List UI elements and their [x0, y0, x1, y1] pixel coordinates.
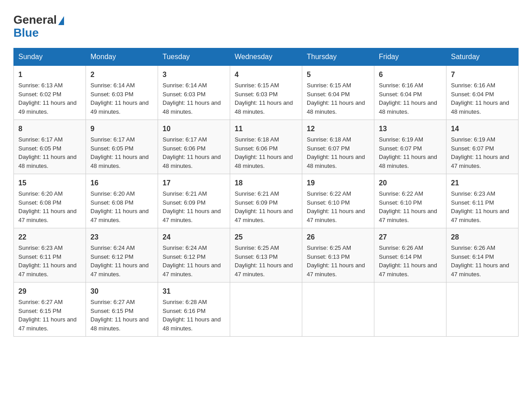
- calendar-cell: 30Sunrise: 6:27 AMSunset: 6:15 PMDayligh…: [86, 283, 158, 337]
- calendar-cell: 4Sunrise: 6:15 AMSunset: 6:03 PMDaylight…: [230, 66, 302, 120]
- day-number: 3: [163, 69, 225, 80]
- day-number: 19: [307, 178, 369, 188]
- calendar-cell: 13Sunrise: 6:19 AMSunset: 6:07 PMDayligh…: [374, 120, 446, 174]
- day-number: 11: [235, 124, 297, 134]
- sunset-text: Sunset: 6:12 PM: [90, 253, 133, 260]
- day-number: 30: [90, 286, 153, 297]
- sunrise-text: Sunrise: 6:25 AM: [307, 244, 351, 251]
- logo-blue: Blue: [13, 26, 64, 39]
- daylight-text: Daylight: 11 hours and 47 minutes.: [90, 262, 149, 278]
- calendar-cell: 10Sunrise: 6:17 AMSunset: 6:06 PMDayligh…: [158, 120, 230, 174]
- daylight-text: Daylight: 11 hours and 47 minutes.: [18, 316, 77, 332]
- calendar-cell: 20Sunrise: 6:22 AMSunset: 6:10 PMDayligh…: [374, 174, 446, 228]
- sunset-text: Sunset: 6:06 PM: [163, 145, 206, 152]
- daylight-text: Daylight: 11 hours and 47 minutes.: [307, 208, 365, 223]
- day-number: 17: [163, 178, 225, 188]
- sunrise-text: Sunrise: 6:14 AM: [90, 82, 135, 89]
- sunrise-text: Sunrise: 6:15 AM: [307, 82, 351, 89]
- calendar-table: SundayMondayTuesdayWednesdayThursdayFrid…: [13, 48, 519, 337]
- sunset-text: Sunset: 6:14 PM: [379, 253, 422, 260]
- sunset-text: Sunset: 6:15 PM: [90, 308, 133, 314]
- weekday-header-wednesday: Wednesday: [230, 48, 302, 66]
- daylight-text: Daylight: 11 hours and 48 minutes.: [379, 99, 437, 115]
- calendar-cell: 24Sunrise: 6:24 AMSunset: 6:12 PMDayligh…: [158, 228, 230, 283]
- daylight-text: Daylight: 11 hours and 47 minutes.: [307, 262, 365, 278]
- sunrise-text: Sunrise: 6:24 AM: [163, 244, 207, 251]
- sunrise-text: Sunrise: 6:25 AM: [235, 244, 279, 251]
- sunrise-text: Sunrise: 6:22 AM: [307, 190, 351, 197]
- sunset-text: Sunset: 6:07 PM: [379, 145, 422, 152]
- calendar-cell: [230, 283, 302, 337]
- daylight-text: Daylight: 11 hours and 48 minutes.: [163, 99, 221, 115]
- sunrise-text: Sunrise: 6:27 AM: [90, 299, 135, 305]
- calendar-cell: 16Sunrise: 6:20 AMSunset: 6:08 PMDayligh…: [86, 174, 158, 228]
- sunset-text: Sunset: 6:14 PM: [451, 253, 494, 260]
- day-number: 5: [307, 69, 369, 80]
- sunset-text: Sunset: 6:12 PM: [163, 253, 206, 260]
- sunrise-text: Sunrise: 6:18 AM: [307, 136, 351, 143]
- sunset-text: Sunset: 6:10 PM: [379, 199, 422, 206]
- daylight-text: Daylight: 11 hours and 47 minutes.: [18, 208, 77, 223]
- calendar-header-row: SundayMondayTuesdayWednesdayThursdayFrid…: [14, 48, 519, 66]
- sunrise-text: Sunrise: 6:13 AM: [18, 82, 63, 89]
- day-number: 28: [451, 232, 514, 243]
- sunset-text: Sunset: 6:08 PM: [90, 199, 133, 206]
- sunset-text: Sunset: 6:03 PM: [235, 91, 278, 98]
- daylight-text: Daylight: 11 hours and 47 minutes.: [451, 208, 509, 223]
- calendar-cell: 6Sunrise: 6:16 AMSunset: 6:04 PMDaylight…: [374, 66, 446, 120]
- calendar-cell: 11Sunrise: 6:18 AMSunset: 6:06 PMDayligh…: [230, 120, 302, 174]
- day-number: 27: [379, 232, 442, 243]
- sunrise-text: Sunrise: 6:27 AM: [18, 299, 63, 305]
- calendar-cell: 28Sunrise: 6:26 AMSunset: 6:14 PMDayligh…: [446, 228, 519, 283]
- sunset-text: Sunset: 6:04 PM: [451, 91, 494, 98]
- sunrise-text: Sunrise: 6:24 AM: [90, 244, 135, 251]
- sunset-text: Sunset: 6:11 PM: [18, 253, 61, 260]
- daylight-text: Daylight: 11 hours and 48 minutes.: [451, 99, 509, 115]
- weekday-header-sunday: Sunday: [14, 48, 86, 66]
- daylight-text: Daylight: 11 hours and 48 minutes.: [90, 154, 149, 169]
- calendar-cell: 2Sunrise: 6:14 AMSunset: 6:03 PMDaylight…: [86, 66, 158, 120]
- sunrise-text: Sunrise: 6:17 AM: [90, 136, 135, 143]
- sunrise-text: Sunrise: 6:19 AM: [379, 136, 423, 143]
- day-number: 9: [90, 124, 153, 134]
- sunrise-text: Sunrise: 6:28 AM: [163, 299, 207, 305]
- sunset-text: Sunset: 6:03 PM: [163, 91, 206, 98]
- calendar-cell: 9Sunrise: 6:17 AMSunset: 6:05 PMDaylight…: [86, 120, 158, 174]
- sunset-text: Sunset: 6:16 PM: [163, 308, 206, 314]
- calendar-week-row: 1Sunrise: 6:13 AMSunset: 6:02 PMDaylight…: [14, 66, 519, 120]
- daylight-text: Daylight: 11 hours and 48 minutes.: [235, 154, 293, 169]
- sunset-text: Sunset: 6:09 PM: [235, 199, 278, 206]
- calendar-cell: 19Sunrise: 6:22 AMSunset: 6:10 PMDayligh…: [302, 174, 374, 228]
- sunrise-text: Sunrise: 6:17 AM: [18, 136, 63, 143]
- day-number: 7: [451, 69, 514, 80]
- day-number: 26: [307, 232, 369, 243]
- daylight-text: Daylight: 11 hours and 48 minutes.: [163, 154, 221, 169]
- calendar-cell: [374, 283, 446, 337]
- calendar-cell: 15Sunrise: 6:20 AMSunset: 6:08 PMDayligh…: [14, 174, 86, 228]
- daylight-text: Daylight: 11 hours and 47 minutes.: [235, 208, 293, 223]
- calendar-cell: 18Sunrise: 6:21 AMSunset: 6:09 PMDayligh…: [230, 174, 302, 228]
- day-number: 22: [18, 232, 81, 243]
- daylight-text: Daylight: 11 hours and 47 minutes.: [163, 208, 221, 223]
- day-number: 10: [163, 124, 225, 134]
- sunset-text: Sunset: 6:08 PM: [18, 199, 61, 206]
- sunset-text: Sunset: 6:09 PM: [163, 199, 206, 206]
- calendar-cell: 1Sunrise: 6:13 AMSunset: 6:02 PMDaylight…: [14, 66, 86, 120]
- sunrise-text: Sunrise: 6:22 AM: [379, 190, 423, 197]
- day-number: 31: [163, 286, 225, 297]
- calendar-cell: 21Sunrise: 6:23 AMSunset: 6:11 PMDayligh…: [446, 174, 519, 228]
- weekday-header-tuesday: Tuesday: [158, 48, 230, 66]
- sunrise-text: Sunrise: 6:26 AM: [379, 244, 423, 251]
- day-number: 13: [379, 124, 442, 134]
- calendar-cell: 8Sunrise: 6:17 AMSunset: 6:05 PMDaylight…: [14, 120, 86, 174]
- calendar-cell: 29Sunrise: 6:27 AMSunset: 6:15 PMDayligh…: [14, 283, 86, 337]
- daylight-text: Daylight: 11 hours and 47 minutes.: [451, 262, 509, 278]
- calendar-cell: 31Sunrise: 6:28 AMSunset: 6:16 PMDayligh…: [158, 283, 230, 337]
- daylight-text: Daylight: 11 hours and 47 minutes.: [379, 208, 437, 223]
- sunset-text: Sunset: 6:13 PM: [235, 253, 278, 260]
- weekday-header-monday: Monday: [86, 48, 158, 66]
- sunset-text: Sunset: 6:13 PM: [307, 253, 350, 260]
- daylight-text: Daylight: 11 hours and 47 minutes.: [18, 262, 77, 278]
- daylight-text: Daylight: 11 hours and 47 minutes.: [90, 208, 149, 223]
- day-number: 20: [379, 178, 442, 188]
